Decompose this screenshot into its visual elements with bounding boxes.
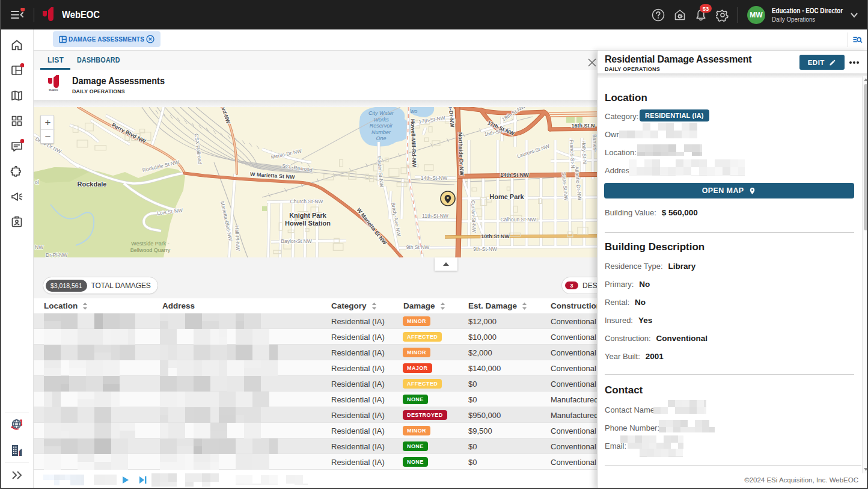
svg-text:10th St NW: 10th St NW [481,233,510,239]
svg-text:Home Park: Home Park [489,193,524,200]
svg-text:Calhoun St-NW: Calhoun St-NW [500,217,536,223]
svg-text:9th-St-NW: 9th-St-NW [473,246,497,252]
svg-text:Knight Park: Knight Park [289,212,327,219]
svg-text:Holly-St-N: Holly-St-N [581,140,588,164]
svg-text:NW: NW [35,244,43,250]
svg-text:One: One [376,135,386,141]
svg-text:Howell Station: Howell Station [285,220,331,227]
svg-text:Curran-St-NW: Curran-St-NW [470,200,477,233]
svg-text:14th St NW: 14th St NW [500,172,529,178]
svg-text:11th-St-NW: 11th-St-NW [422,213,448,219]
svg-text:9th St NW: 9th St NW [406,244,430,250]
svg-text:ol: ol [35,179,39,185]
svg-text:Bellwood Quarry: Bellwood Quarry [130,247,171,253]
svg-text:WebEOC: WebEOC [49,89,58,91]
svg-text:City Water: City Water [368,110,394,116]
svg-text:Number: Number [371,129,391,135]
svg-text:14th-St-NW: 14th-St-NW [421,175,447,181]
svg-text:Baylor-St NW: Baylor-St NW [281,238,311,244]
svg-text:Dr-Pl-NW: Dr-Pl-NW [46,252,67,257]
svg-text:Church St-NW: Church St-NW [290,198,323,205]
svg-text:Westside Park -: Westside Park - [131,241,169,247]
svg-text:Rockdale: Rockdale [78,180,107,188]
svg-text:Reservoir: Reservoir [370,123,394,129]
svg-text:16th St N: 16th St N [571,123,594,129]
